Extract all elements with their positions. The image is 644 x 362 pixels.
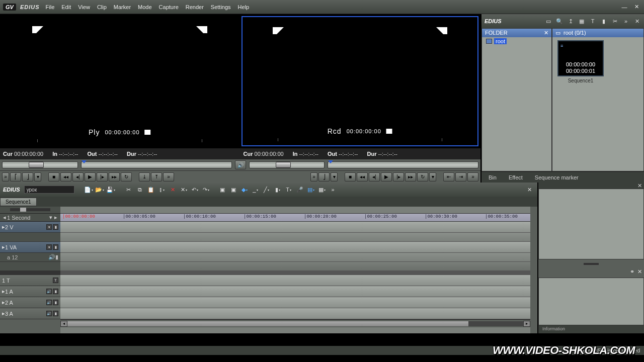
scroll-left-icon[interactable]: ◂ xyxy=(60,321,67,327)
zoom-slider[interactable] xyxy=(0,207,60,214)
close-icon[interactable]: ✕ xyxy=(637,268,642,278)
delete-icon[interactable]: ✕ xyxy=(168,185,178,194)
menu-help[interactable]: Help xyxy=(238,4,250,10)
sequence-tab[interactable]: Sequence1 xyxy=(0,198,37,206)
next-frame-button[interactable]: |▸ xyxy=(393,172,404,182)
menu-render[interactable]: Render xyxy=(186,4,204,10)
text-icon[interactable]: T xyxy=(589,17,597,25)
splitter[interactable] xyxy=(538,259,644,268)
dropdown-icon[interactable]: ▾ xyxy=(34,172,41,182)
source-position-bar[interactable] xyxy=(81,161,232,168)
color-icon[interactable]: ▮ xyxy=(600,17,608,25)
audio-cross-icon[interactable]: ╱▾ xyxy=(262,185,272,194)
prev-frame-button[interactable]: ◂| xyxy=(369,172,380,182)
set-out-button[interactable]: ⎦ xyxy=(22,172,33,182)
expand-icon[interactable]: » xyxy=(310,172,317,182)
track-head-1va[interactable]: ▸1 VA▾▮ xyxy=(0,242,60,253)
open-icon[interactable]: 📂▾ xyxy=(95,185,105,194)
insert-button[interactable]: ⤓ xyxy=(139,172,150,182)
new-icon[interactable]: 📄▾ xyxy=(84,185,94,194)
tab-effect[interactable]: Effect xyxy=(504,173,528,182)
play-button[interactable]: ▶ xyxy=(381,172,392,182)
cut-icon[interactable]: ✂ xyxy=(124,185,134,194)
close-icon[interactable]: ✕ xyxy=(544,30,548,36)
menu-marker[interactable]: Marker xyxy=(114,4,131,10)
prev-frame-button[interactable]: ◂| xyxy=(72,172,84,182)
dropdown-icon[interactable]: ▾ xyxy=(331,172,338,182)
more-icon[interactable]: » xyxy=(622,17,630,25)
transition-out-icon[interactable]: ▣ xyxy=(228,185,238,194)
forward-button[interactable]: ▸▸ xyxy=(405,172,416,182)
scroll-right-icon[interactable]: ▸ xyxy=(523,321,530,327)
menu-edit[interactable]: Edit xyxy=(61,4,71,10)
more-icon[interactable]: » xyxy=(328,185,338,194)
title-icon[interactable]: ⎯▾ xyxy=(251,185,261,194)
track-sub-audio[interactable]: a 12🔊▮ xyxy=(0,253,60,262)
save-icon[interactable]: 💾▾ xyxy=(106,185,116,194)
ripple-icon[interactable]: ⫿▾ xyxy=(157,185,167,194)
prev-edit-button[interactable]: ⇤ xyxy=(443,172,454,182)
folder-icon[interactable]: ▭ xyxy=(544,17,552,25)
menu-clip[interactable]: Clip xyxy=(97,4,107,10)
record-position-bar[interactable] xyxy=(328,161,478,168)
timeline-tracks[interactable]: |00:00:00:00|00:00:05:00|00:00:10:00|00:… xyxy=(60,207,530,333)
transition-in-icon[interactable]: ▣ xyxy=(217,185,227,194)
voiceover-icon[interactable]: 🎤 xyxy=(295,185,305,194)
forward-button[interactable]: ▸▸ xyxy=(109,172,120,182)
expand-icon[interactable]: » xyxy=(2,172,9,182)
rewind-button[interactable]: ◂◂ xyxy=(60,172,71,182)
source-shuttle[interactable] xyxy=(2,161,78,168)
search-icon[interactable]: 🔍 xyxy=(555,17,564,25)
audio-toggle-icon[interactable]: 🔊 xyxy=(235,160,246,169)
paste-icon[interactable]: 📋 xyxy=(146,185,156,194)
menu-capture[interactable]: Capture xyxy=(159,4,179,10)
menu-view[interactable]: View xyxy=(78,4,90,10)
close-icon[interactable]: ✕ xyxy=(633,17,641,25)
delete-gap-icon[interactable]: ✕▾ xyxy=(179,185,189,194)
set-in-button[interactable]: ⎡ xyxy=(10,172,21,182)
window-minimize[interactable]: — xyxy=(620,4,629,11)
next-edit-button[interactable]: ⇥ xyxy=(455,172,466,182)
record-shuttle[interactable] xyxy=(249,161,325,168)
stop-button[interactable]: ■ xyxy=(48,172,59,182)
tab-sequence-marker[interactable]: Sequence marker xyxy=(530,173,584,182)
source-monitor[interactable]: Ply 00:00:00:00 xyxy=(2,16,237,146)
project-name-input[interactable] xyxy=(24,186,74,194)
redo-icon[interactable]: ↷▾ xyxy=(201,185,211,194)
clip-item[interactable]: ≡ 00:00:00:0000:00:00:01 Sequence1 xyxy=(555,40,606,83)
rewind-button[interactable]: ◂◂ xyxy=(357,172,368,182)
more-icon[interactable]: » xyxy=(467,172,478,182)
track-head-2v[interactable]: ▸2 V▾▮ xyxy=(0,222,60,233)
copy-icon[interactable]: ⧉ xyxy=(135,185,145,194)
timeline-scale[interactable]: ◂1 Second▾▸ xyxy=(0,214,60,222)
loop-button[interactable]: ↻ xyxy=(121,172,132,182)
stop-button[interactable]: ■ xyxy=(345,172,356,182)
timeline-ruler[interactable]: |00:00:00:00|00:00:05:00|00:00:10:00|00:… xyxy=(60,214,530,222)
marker-icon[interactable]: ▮▾ xyxy=(273,185,283,194)
tab-information[interactable]: Information xyxy=(538,325,644,333)
next-frame-button[interactable]: |▸ xyxy=(97,172,108,182)
cut-icon[interactable]: ✂ xyxy=(611,17,619,25)
view-icon[interactable]: ▦ xyxy=(578,17,586,25)
window-close[interactable]: ✕ xyxy=(632,4,641,11)
track-head-3a[interactable]: ▸3 A🔊▮ xyxy=(0,308,60,319)
render-icon[interactable]: ▤▾ xyxy=(306,185,316,194)
folder-item-root[interactable]: root xyxy=(482,37,551,45)
up-icon[interactable]: ↥ xyxy=(567,17,575,25)
title-tool-icon[interactable]: T▾ xyxy=(284,185,294,194)
loop-button[interactable]: ↻ xyxy=(417,172,428,182)
timeline-vscroll[interactable] xyxy=(530,207,537,333)
dropdown-icon[interactable]: ▾ xyxy=(429,172,436,182)
overwrite-button[interactable]: ⤒ xyxy=(151,172,162,182)
close-icon[interactable]: ✕ xyxy=(637,183,642,189)
track-head-1a[interactable]: ▸1 A🔊▮ xyxy=(0,286,60,297)
link-icon[interactable]: ⚭ xyxy=(630,268,634,278)
menu-mode[interactable]: Mode xyxy=(138,4,152,10)
set-in-button[interactable]: ⎦ xyxy=(318,172,330,182)
menu-settings[interactable]: Settings xyxy=(211,4,231,10)
tab-bin[interactable]: Bin xyxy=(484,173,502,182)
default-trans-icon[interactable]: ◆▾ xyxy=(239,185,250,194)
undo-icon[interactable]: ↶▾ xyxy=(190,185,200,194)
timeline-hscroll[interactable]: ◂ ▸ xyxy=(60,319,530,327)
track-head-1t[interactable]: 1 TT xyxy=(0,275,60,286)
